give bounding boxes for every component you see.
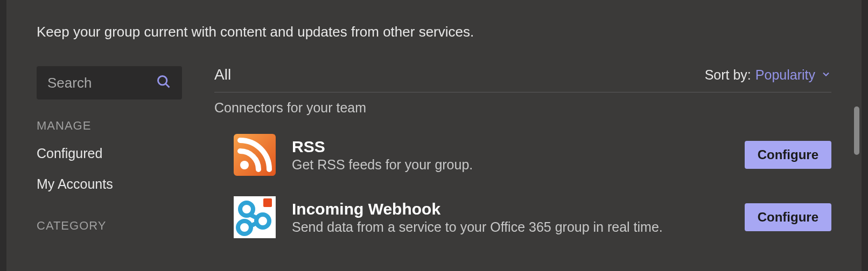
sidebar-item-configured[interactable]: Configured bbox=[37, 146, 182, 161]
connector-row-webhook: Incoming Webhook Send data from a servic… bbox=[214, 190, 831, 252]
main-content: All Sort by: Popularity Connectors for y… bbox=[214, 66, 831, 252]
connector-row-rss: RSS Get RSS feeds for your group. Config… bbox=[214, 127, 831, 190]
manage-section-label: MANAGE bbox=[37, 119, 182, 133]
connectors-panel: Keep your group current with content and… bbox=[6, 0, 862, 271]
sort-value-text: Popularity bbox=[755, 67, 815, 83]
svg-point-0 bbox=[158, 76, 167, 85]
webhook-icon bbox=[234, 196, 276, 238]
search-box[interactable] bbox=[37, 66, 182, 99]
category-section-label: CATEGORY bbox=[37, 219, 182, 233]
configure-button[interactable]: Configure bbox=[745, 203, 831, 231]
svg-line-10 bbox=[250, 223, 256, 226]
search-input[interactable] bbox=[47, 75, 156, 91]
page-subtitle: Keep your group current with content and… bbox=[37, 24, 831, 40]
sidebar-item-my-accounts[interactable]: My Accounts bbox=[37, 176, 182, 192]
search-icon bbox=[156, 74, 171, 91]
connectors-heading: Connectors for your team bbox=[214, 100, 831, 116]
rss-icon bbox=[234, 134, 276, 176]
sort-dropdown[interactable]: Popularity bbox=[755, 67, 831, 83]
main-header: All Sort by: Popularity bbox=[214, 66, 831, 92]
svg-point-3 bbox=[240, 161, 249, 169]
connector-text: Incoming Webhook Send data from a servic… bbox=[292, 200, 729, 235]
chevron-down-icon bbox=[821, 67, 831, 83]
sort-group: Sort by: Popularity bbox=[705, 67, 831, 83]
connector-title: RSS bbox=[292, 138, 729, 156]
svg-rect-5 bbox=[263, 198, 272, 207]
configure-button[interactable]: Configure bbox=[745, 141, 831, 169]
connector-description: Get RSS feeds for your group. bbox=[292, 157, 729, 173]
sort-by-label: Sort by: bbox=[705, 67, 751, 83]
connector-title: Incoming Webhook bbox=[292, 200, 729, 218]
connector-description: Send data from a service to your Office … bbox=[292, 219, 729, 235]
connector-text: RSS Get RSS feeds for your group. bbox=[292, 138, 729, 173]
filter-label: All bbox=[214, 66, 231, 83]
scrollbar-thumb[interactable] bbox=[854, 106, 859, 155]
svg-line-1 bbox=[166, 84, 170, 88]
sidebar: MANAGE Configured My Accounts CATEGORY bbox=[37, 66, 182, 252]
content-area: MANAGE Configured My Accounts CATEGORY A… bbox=[37, 66, 831, 252]
